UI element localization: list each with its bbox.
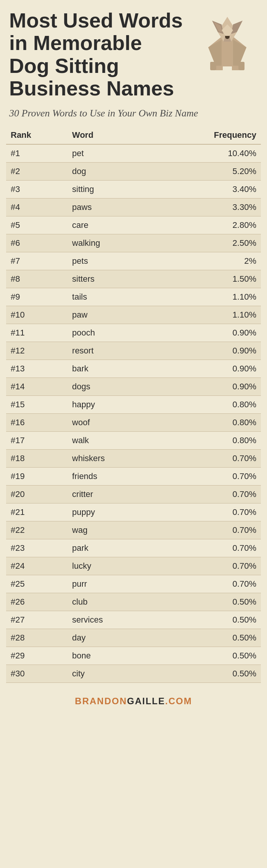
header: Most Used Words in Memorable Dog Sitting… [0,0,267,103]
cell-frequency: 0.70% [154,486,261,503]
cell-frequency: 0.50% [154,629,261,647]
cell-rank: #7 [6,252,68,270]
cell-word: city [68,665,154,683]
cell-word: puppy [68,503,154,521]
cell-rank: #4 [6,198,68,216]
cell-word: dogs [68,378,154,396]
table-row: #3sitting3.40% [6,181,261,198]
cell-frequency: 0.70% [154,450,261,468]
cell-rank: #22 [6,521,68,539]
cell-frequency: 2.50% [154,234,261,252]
cell-rank: #25 [6,575,68,593]
table-row: #30city0.50% [6,665,261,683]
table-row: #29bone0.50% [6,647,261,665]
cell-rank: #2 [6,163,68,181]
cell-word: wag [68,521,154,539]
table-row: #9tails1.10% [6,288,261,306]
cell-frequency: 0.70% [154,521,261,539]
cell-frequency: 0.70% [154,557,261,575]
cell-rank: #16 [6,414,68,432]
table-row: #11pooch0.90% [6,324,261,342]
cell-word: whiskers [68,450,154,468]
cell-frequency: 3.30% [154,198,261,216]
cell-word: tails [68,288,154,306]
table-row: #4paws3.30% [6,198,261,216]
dog-icon [197,9,258,70]
table-row: #13bark0.90% [6,360,261,378]
cell-rank: #21 [6,503,68,521]
cell-word: club [68,593,154,611]
cell-rank: #10 [6,306,68,324]
table-header-row: Rank Word Frequency [6,126,261,144]
table-row: #24lucky0.70% [6,557,261,575]
table-row: #6walking2.50% [6,234,261,252]
cell-frequency: 0.70% [154,575,261,593]
cell-frequency: 2.80% [154,216,261,234]
cell-word: happy [68,396,154,414]
cell-word: pooch [68,324,154,342]
cell-frequency: 0.80% [154,414,261,432]
cell-rank: #26 [6,593,68,611]
cell-rank: #12 [6,342,68,360]
table-row: #21puppy0.70% [6,503,261,521]
cell-frequency: 0.90% [154,378,261,396]
svg-rect-12 [238,62,244,70]
cell-rank: #14 [6,378,68,396]
cell-frequency: 0.70% [154,468,261,486]
table-row: #20critter0.70% [6,486,261,503]
cell-rank: #30 [6,665,68,683]
cell-rank: #6 [6,234,68,252]
svg-rect-9 [216,66,223,70]
table-container: Rank Word Frequency #1pet10.40%#2dog5.20… [0,126,267,689]
table-row: #18whiskers0.70% [6,450,261,468]
cell-frequency: 0.70% [154,539,261,557]
cell-rank: #24 [6,557,68,575]
table-row: #10paw1.10% [6,306,261,324]
cell-word: sitters [68,270,154,288]
cell-word: day [68,629,154,647]
cell-frequency: 1.10% [154,288,261,306]
cell-word: lucky [68,557,154,575]
cell-frequency: 0.80% [154,396,261,414]
cell-rank: #11 [6,324,68,342]
cell-rank: #27 [6,611,68,629]
subtitle: 30 Proven Words to Use in Your Own Biz N… [0,103,267,127]
table-row: #1pet10.40% [6,144,261,163]
footer-brand: BRANDON [75,696,127,706]
table-row: #16woof0.80% [6,414,261,432]
cell-word: sitting [68,181,154,198]
cell-frequency: 0.50% [154,647,261,665]
cell-rank: #19 [6,468,68,486]
cell-word: friends [68,468,154,486]
cell-frequency: 0.70% [154,503,261,521]
table-row: #8sitters1.50% [6,270,261,288]
cell-rank: #9 [6,288,68,306]
cell-word: woof [68,414,154,432]
table-row: #2dog5.20% [6,163,261,181]
cell-word: pets [68,252,154,270]
table-row: #17walk0.80% [6,432,261,450]
cell-rank: #20 [6,486,68,503]
cell-frequency: 0.80% [154,432,261,450]
svg-marker-3 [231,21,243,34]
cell-word: bone [68,647,154,665]
footer-suffix: .COM [165,696,192,706]
cell-frequency: 5.20% [154,163,261,181]
svg-rect-10 [232,66,239,70]
table-row: #7pets2% [6,252,261,270]
footer: BRANDONGAILLE.COM [0,689,267,713]
cell-rank: #3 [6,181,68,198]
table-row: #28day0.50% [6,629,261,647]
main-title: Most Used Words in Memorable Dog Sitting… [9,9,197,100]
table-row: #22wag0.70% [6,521,261,539]
table-row: #5care2.80% [6,216,261,234]
table-row: #14dogs0.90% [6,378,261,396]
col-rank: Rank [6,126,68,144]
table-row: #19friends0.70% [6,468,261,486]
cell-word: bark [68,360,154,378]
cell-word: park [68,539,154,557]
cell-rank: #29 [6,647,68,665]
cell-frequency: 0.90% [154,342,261,360]
cell-frequency: 2% [154,252,261,270]
col-word: Word [68,126,154,144]
